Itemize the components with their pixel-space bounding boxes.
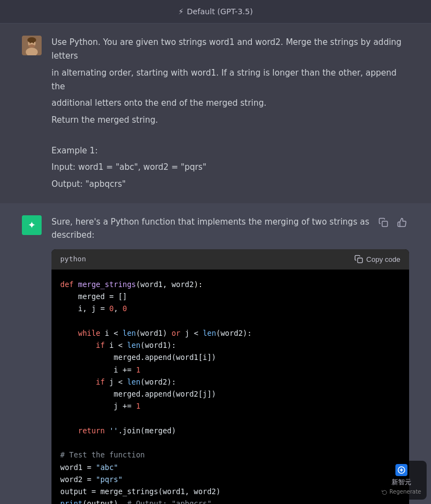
copy-icon: [354, 255, 363, 264]
lightning-icon: ⚡: [178, 5, 183, 18]
user-example-input: Input: word1 = "abc", word2 = "pqrs": [51, 161, 409, 174]
assistant-body: Sure, here's a Python function that impl…: [51, 215, 409, 504]
watermark-brand: 新智元: [392, 477, 411, 488]
message-actions: [376, 215, 409, 230]
watermark-logo: [395, 464, 407, 476]
assistant-message: ✦ Sure, here's a Python function that im…: [0, 203, 431, 504]
model-name: Default (GPT-3.5): [187, 5, 252, 18]
svg-point-5: [28, 44, 35, 48]
svg-text:✦: ✦: [27, 219, 36, 231]
brand-logo-icon: [398, 466, 405, 474]
user-example-output: Output: "apbqcrs": [51, 177, 409, 191]
code-content: def merge_strings(word1, word2): merged …: [51, 270, 409, 504]
user-text-3: additional letters onto the end of the m…: [51, 96, 409, 110]
svg-rect-9: [358, 258, 363, 263]
watermark-action-label: Regenerate: [389, 488, 421, 496]
code-language: python: [60, 254, 86, 265]
openai-logo: ✦: [22, 215, 42, 235]
svg-rect-10: [382, 221, 388, 227]
messages-container: Use Python. You are given two strings wo…: [0, 24, 431, 504]
thumbs-up-button[interactable]: [395, 215, 409, 230]
code-pre: def merge_strings(word1, word2): merged …: [60, 278, 400, 504]
user-text-1: Use Python. You are given two strings wo…: [51, 36, 409, 63]
code-header: python Copy code: [51, 249, 409, 270]
svg-point-6: [27, 37, 36, 43]
user-message: Use Python. You are given two strings wo…: [0, 24, 431, 203]
thumbs-up-icon: [397, 217, 407, 227]
copy-label: Copy code: [366, 255, 400, 264]
avatar-image: [22, 36, 42, 55]
header: ⚡ Default (GPT-3.5): [0, 0, 431, 24]
user-avatar: [22, 36, 42, 55]
code-block: python Copy code def merge_strings(word1…: [51, 249, 409, 504]
watermark: 新智元 Regenerate: [376, 461, 427, 500]
assistant-intro: Sure, here's a Python function that impl…: [51, 215, 409, 242]
copy-code-button[interactable]: Copy code: [354, 255, 400, 264]
user-text-4: Return the merged string.: [51, 113, 409, 127]
copy-message-button[interactable]: [376, 215, 390, 230]
assistant-avatar: ✦: [22, 215, 42, 235]
user-example-label: Example 1:: [51, 144, 409, 158]
copy-message-icon: [378, 217, 388, 227]
user-message-content: Use Python. You are given two strings wo…: [51, 36, 409, 191]
watermark-action: Regenerate: [382, 488, 421, 496]
regenerate-icon: [382, 489, 387, 495]
user-text-2: in alternating order, starting with word…: [51, 66, 409, 94]
